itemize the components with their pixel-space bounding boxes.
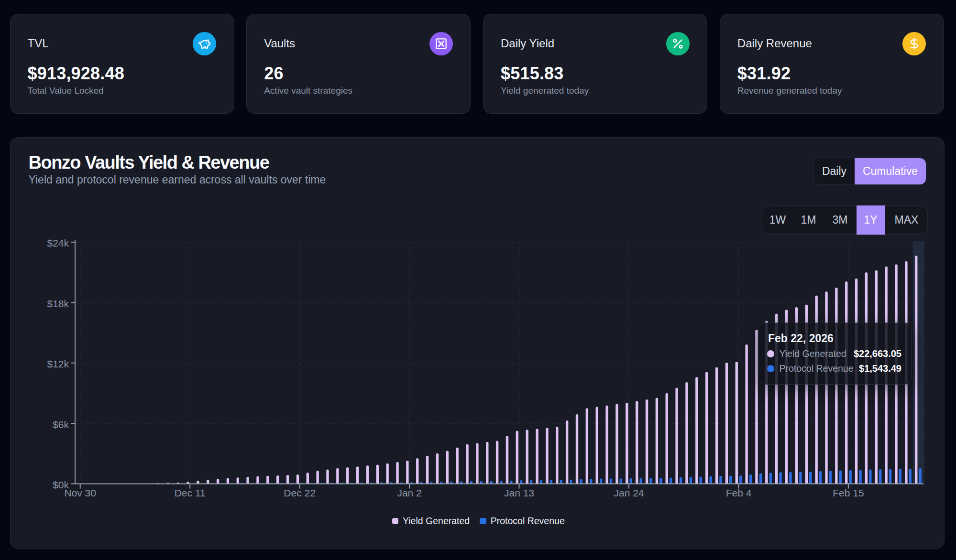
svg-text:$24k: $24k	[47, 237, 69, 248]
svg-text:Feb 4: Feb 4	[725, 487, 751, 498]
svg-text:Jan 2: Jan 2	[397, 487, 421, 498]
svg-text:$12k: $12k	[47, 358, 69, 369]
svg-text:$18k: $18k	[47, 298, 69, 309]
svg-text:Jan 24: Jan 24	[614, 487, 644, 498]
svg-text:Dec 11: Dec 11	[174, 487, 205, 498]
svg-text:Dec 22: Dec 22	[284, 487, 316, 498]
svg-text:Jan 13: Jan 13	[504, 487, 534, 498]
svg-text:Nov 30: Nov 30	[64, 487, 96, 498]
svg-text:$6k: $6k	[53, 419, 69, 430]
svg-text:Feb 15: Feb 15	[833, 487, 864, 498]
